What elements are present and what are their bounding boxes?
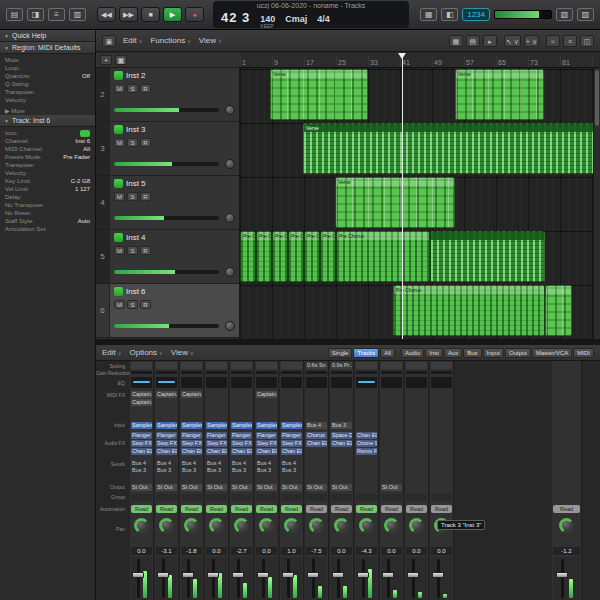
- send-slot[interactable]: Bus 3: [156, 467, 177, 474]
- strip-volume-value[interactable]: -1.2: [553, 547, 580, 555]
- strip-pan-knob[interactable]: [256, 518, 277, 533]
- strip-automation-button[interactable]: Read: [256, 505, 277, 513]
- audiofx-slot[interactable]: Chan EQ: [256, 448, 277, 455]
- r-button[interactable]: R: [140, 300, 151, 309]
- strip-volume-value[interactable]: -3.1: [156, 547, 177, 555]
- master-strip[interactable]: Read-1.2: [552, 361, 582, 600]
- audiofx-slot[interactable]: Step FX: [156, 440, 177, 447]
- strip-fader[interactable]: [381, 557, 402, 600]
- midi-region[interactable]: Verse: [335, 177, 455, 228]
- mixer-channel-strip[interactable]: SamplerFlangerStep FXChan EQBus 4Bus 3St…: [280, 361, 304, 600]
- strip-eq-thumbnail[interactable]: [181, 377, 202, 388]
- strip-eq-thumbnail[interactable]: [306, 377, 327, 388]
- inspector-field[interactable]: Q-Swing:: [0, 80, 95, 88]
- strip-fader[interactable]: [231, 557, 252, 600]
- strip-volume-value[interactable]: -4.3: [356, 547, 377, 555]
- strip-setting-button[interactable]: [431, 362, 452, 369]
- strip-automation-button[interactable]: Read: [331, 505, 352, 513]
- strip-group-slot[interactable]: [156, 494, 177, 501]
- inspector-field[interactable]: Icon:: [0, 129, 95, 137]
- menu-functions[interactable]: Functions∨: [150, 36, 190, 45]
- strip-output-slot[interactable]: St Out: [206, 484, 227, 491]
- strip-input-slot[interactable]: Sampler: [131, 422, 152, 430]
- audiofx-slot[interactable]: Chan EQ: [206, 448, 227, 455]
- strip-fader[interactable]: [306, 557, 327, 600]
- m-button[interactable]: M: [114, 192, 125, 201]
- s-button[interactable]: S: [127, 138, 138, 147]
- strip-pan-knob[interactable]: [553, 518, 580, 533]
- strip-pan-knob[interactable]: [259, 518, 274, 533]
- strip-pan-knob[interactable]: [234, 518, 249, 533]
- stop-button[interactable]: ■: [141, 7, 160, 22]
- filter-audio[interactable]: Audio: [401, 348, 424, 358]
- midifx-slot[interactable]: Captain...: [131, 391, 152, 398]
- strip-pan-knob[interactable]: [306, 518, 327, 533]
- library-icon[interactable]: ▤: [6, 8, 23, 21]
- strip-volume-value[interactable]: 0.0: [131, 547, 152, 555]
- strip-output-slot[interactable]: St Out: [181, 484, 202, 492]
- cycle-icon[interactable]: ▦: [420, 8, 437, 21]
- strip-eq-thumbnail[interactable]: [231, 377, 252, 388]
- strip-eq-thumbnail[interactable]: [131, 377, 152, 388]
- playhead-position-display[interactable]: 42 3: [221, 10, 250, 25]
- strip-volume-value[interactable]: -7.5: [306, 547, 327, 555]
- strip-eq-thumbnail[interactable]: [431, 377, 452, 388]
- strip-group-slot[interactable]: [256, 494, 277, 502]
- m-button[interactable]: M: [114, 300, 125, 309]
- track-header[interactable]: 3Inst 3MSR: [96, 122, 239, 176]
- strip-group-slot[interactable]: [156, 494, 177, 502]
- strip-input-slot[interactable]: Sampler: [181, 422, 202, 429]
- midifx-slot[interactable]: Captain...: [181, 391, 202, 398]
- audiofx-slot[interactable]: Step FX: [206, 440, 227, 447]
- audiofx-slot[interactable]: Step FX: [281, 440, 302, 447]
- strip-automation-button[interactable]: Read: [356, 505, 377, 513]
- r-button[interactable]: R: [140, 138, 151, 147]
- strip-input-slot[interactable]: Sampler: [131, 422, 152, 429]
- inspector-field[interactable]: Vel Limit:1 127: [0, 185, 95, 193]
- r-button[interactable]: R: [140, 84, 151, 93]
- midifx-slot[interactable]: Captain...: [131, 399, 152, 406]
- menu-view[interactable]: View∨: [199, 36, 222, 45]
- strip-automation-button[interactable]: Read: [331, 505, 352, 513]
- strip-input-slot[interactable]: Sampler: [281, 422, 302, 430]
- strip-input-slot[interactable]: Sampler: [231, 422, 252, 430]
- playhead-marker[interactable]: [398, 53, 406, 59]
- strip-eq-thumbnail[interactable]: [281, 377, 302, 388]
- strip-automation-button[interactable]: Read: [381, 505, 402, 513]
- midi-region[interactable]: [545, 285, 572, 336]
- strip-group-slot[interactable]: [406, 494, 427, 501]
- strip-output-slot[interactable]: St Out: [331, 484, 352, 491]
- record-button[interactable]: ●: [185, 7, 204, 22]
- strip-eq-thumbnail[interactable]: [331, 377, 352, 388]
- s-button[interactable]: S: [127, 84, 138, 93]
- strip-output-slot[interactable]: St Out: [181, 484, 202, 491]
- strip-output-slot[interactable]: St Out: [156, 484, 177, 492]
- midi-region[interactable]: Pre Chorus: [336, 231, 430, 282]
- filter-mastervca[interactable]: Master/VCA: [532, 348, 572, 358]
- strip-automation-button[interactable]: Read: [231, 505, 252, 513]
- strip-group-slot[interactable]: [356, 494, 377, 501]
- strip-group-slot[interactable]: [281, 494, 302, 502]
- strip-output-slot[interactable]: St Out: [131, 484, 152, 491]
- strip-automation-button[interactable]: Read: [406, 505, 427, 513]
- playhead[interactable]: [402, 53, 403, 339]
- strip-eq-thumbnail[interactable]: [406, 377, 427, 388]
- inspector-field[interactable]: Quantize:Off: [0, 72, 95, 80]
- strip-pan-knob[interactable]: [406, 518, 427, 533]
- strip-fader[interactable]: [553, 557, 580, 600]
- mixer-icon[interactable]: ▥: [69, 8, 86, 21]
- midifx-slot[interactable]: Captain...: [256, 391, 277, 398]
- strip-eq-thumbnail[interactable]: [156, 377, 177, 388]
- strip-automation-button[interactable]: Read: [156, 505, 177, 513]
- strip-group-slot[interactable]: [206, 494, 227, 502]
- strip-fader[interactable]: [256, 557, 277, 600]
- filter-all[interactable]: All: [380, 348, 395, 358]
- strip-output-slot[interactable]: St Out: [256, 484, 277, 492]
- strip-volume-value[interactable]: -2.7: [231, 547, 252, 555]
- strip-eq-thumbnail[interactable]: [281, 377, 302, 388]
- filter-inst[interactable]: Inst: [425, 348, 443, 358]
- midi-region[interactable]: Pre C: [288, 231, 304, 282]
- audiofx-slot[interactable]: Flanger: [231, 432, 252, 439]
- inspector-field[interactable]: Loop:: [0, 64, 95, 72]
- mixer-channel-strip[interactable]: Captain...SamplerFlangerStep FXChan EQBu…: [255, 361, 279, 600]
